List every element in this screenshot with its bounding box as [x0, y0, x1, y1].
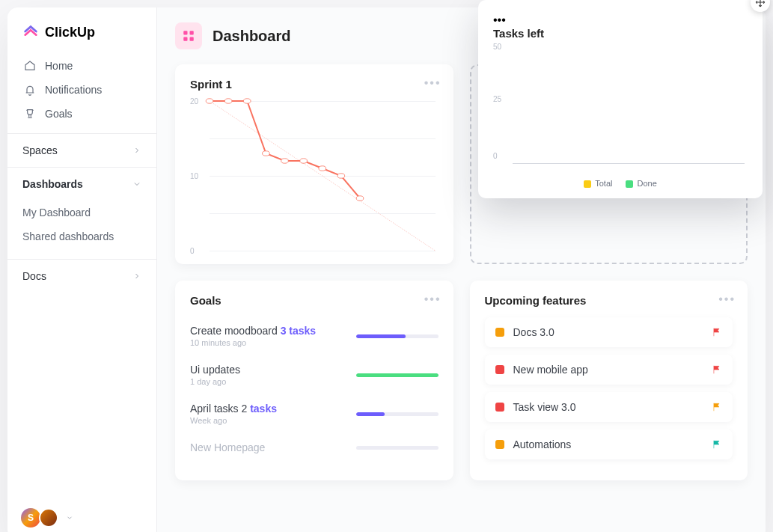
- feature-item[interactable]: Automations: [485, 429, 733, 459]
- goal-item[interactable]: April tasks 2 tasks Week ago: [190, 395, 439, 434]
- goal-item[interactable]: New Homepage: [190, 434, 439, 462]
- section-dashboards[interactable]: Dashboards: [7, 167, 156, 201]
- y-axis-ticks: 50 25 0: [493, 50, 510, 164]
- svg-point-7: [243, 99, 251, 103]
- nav-item-goals[interactable]: Goals: [15, 102, 149, 126]
- card-more-icon[interactable]: •••: [493, 13, 506, 26]
- sub-item-shared-dashboards[interactable]: Shared dashboards: [22, 224, 141, 248]
- home-icon: [24, 60, 36, 72]
- card-title: Goals: [190, 294, 439, 307]
- goal-progress: [356, 412, 439, 416]
- nav-label: Notifications: [45, 84, 102, 96]
- card-more-icon[interactable]: •••: [424, 76, 442, 90]
- move-icon: [755, 0, 766, 7]
- tick-label: 25: [493, 95, 501, 103]
- page-title: Dashboard: [213, 28, 290, 45]
- nav-item-notifications[interactable]: Notifications: [15, 78, 149, 102]
- goal-item[interactable]: Ui updates 1 day ago: [190, 356, 439, 395]
- svg-point-9: [281, 159, 289, 163]
- drag-handle[interactable]: [751, 0, 770, 12]
- sprint-card: ••• Sprint 1 20 10 0: [175, 64, 453, 264]
- svg-line-4: [210, 101, 436, 251]
- status-dot: [495, 440, 504, 449]
- primary-nav: Home Notifications Goals: [7, 54, 156, 133]
- legend-done: Done: [626, 179, 656, 188]
- flag-icon: [712, 327, 722, 337]
- feature-name: New mobile app: [513, 364, 703, 376]
- svg-rect-1: [190, 31, 194, 34]
- goal-title: New Homepage: [190, 441, 347, 453]
- goal-progress: [356, 334, 439, 338]
- status-dot: [495, 403, 504, 412]
- nav-item-home[interactable]: Home: [15, 54, 149, 78]
- nav-label: Goals: [45, 108, 73, 120]
- section-label: Spaces: [22, 144, 58, 156]
- sprint-chart: 20 10 0: [190, 101, 439, 251]
- tick-label: 0: [190, 247, 195, 255]
- chevron-right-icon: [132, 146, 141, 155]
- svg-rect-0: [183, 31, 187, 34]
- tick-label: 50: [493, 43, 501, 51]
- svg-point-6: [224, 99, 232, 103]
- feature-name: Task view 3.0: [513, 401, 703, 413]
- feature-name: Docs 3.0: [513, 326, 703, 338]
- dashboard-icon: [175, 22, 202, 49]
- goal-title: Create moodboard 3 tasks: [190, 325, 347, 337]
- goal-meta: 1 day ago: [190, 377, 347, 386]
- upcoming-card: ••• Upcoming features Docs 3.0 New mobil…: [470, 281, 748, 480]
- sidebar: ClickUp Home Notifications Goals Spaces …: [7, 7, 157, 532]
- chevron-right-icon: [132, 272, 141, 281]
- card-title: Tasks left: [493, 27, 748, 40]
- svg-point-5: [206, 99, 213, 103]
- flag-icon: [712, 364, 722, 375]
- bell-icon: [24, 84, 36, 96]
- goal-title: April tasks 2 tasks: [190, 403, 347, 415]
- feature-item[interactable]: Task view 3.0: [485, 392, 733, 422]
- clickup-logo-icon: [22, 24, 39, 40]
- status-dot: [495, 365, 504, 374]
- tasks-left-chart: 50 25 0: [493, 50, 748, 177]
- goal-meta: Week ago: [190, 416, 347, 425]
- profile-switcher[interactable]: S: [7, 496, 156, 532]
- upcoming-list: Docs 3.0 New mobile app Task view 3.0 Au…: [485, 317, 733, 459]
- chevron-down-icon: [66, 514, 73, 522]
- goal-item[interactable]: Create moodboard 3 tasks 10 minutes ago: [190, 317, 439, 356]
- legend-total: Total: [584, 179, 612, 188]
- tick-label: 20: [190, 97, 198, 106]
- section-spaces[interactable]: Spaces: [7, 133, 156, 167]
- svg-point-8: [263, 151, 270, 156]
- card-more-icon[interactable]: •••: [424, 293, 442, 306]
- brand-name: ClickUp: [45, 25, 95, 40]
- svg-rect-3: [190, 37, 194, 41]
- card-title: Upcoming features: [485, 294, 733, 307]
- flag-icon: [712, 439, 722, 450]
- section-label: Docs: [22, 270, 46, 282]
- flag-icon: [712, 402, 722, 412]
- avatar: S: [21, 508, 40, 528]
- chevron-down-icon: [132, 180, 141, 189]
- svg-point-11: [319, 166, 326, 171]
- goal-title: Ui updates: [190, 364, 347, 376]
- tasks-left-widget[interactable]: ••• Tasks left 50 25 0 Total Done: [478, 0, 763, 198]
- y-axis-ticks: 20 10 0: [190, 101, 205, 251]
- section-docs[interactable]: Docs: [7, 259, 156, 293]
- tick-label: 10: [190, 172, 198, 180]
- avatar: [39, 508, 58, 528]
- svg-point-10: [300, 159, 308, 163]
- feature-item[interactable]: Docs 3.0: [485, 317, 733, 347]
- section-label: Dashboards: [22, 178, 83, 190]
- tick-label: 0: [493, 152, 498, 160]
- goal-progress: [356, 446, 439, 450]
- card-title: Sprint 1: [190, 78, 439, 91]
- sub-item-my-dashboard[interactable]: My Dashboard: [22, 201, 141, 224]
- nav-label: Home: [45, 60, 73, 72]
- dashboards-sub-list: My Dashboard Shared dashboards: [7, 201, 156, 259]
- trophy-icon: [24, 108, 36, 120]
- feature-item[interactable]: New mobile app: [485, 355, 733, 385]
- card-more-icon[interactable]: •••: [718, 293, 736, 306]
- brand[interactable]: ClickUp: [7, 7, 156, 54]
- goal-meta: 10 minutes ago: [190, 338, 347, 347]
- chart-legend: Total Done: [493, 179, 748, 188]
- goal-progress: [356, 373, 439, 377]
- svg-point-13: [356, 196, 364, 201]
